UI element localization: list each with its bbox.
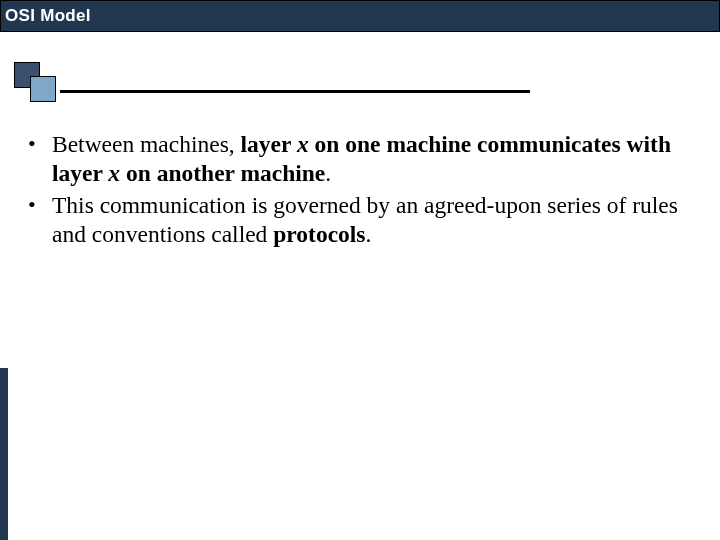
slide: OSI Model Between machines, layer x on o… bbox=[0, 0, 720, 540]
content-area: Between machines, layer x on one machine… bbox=[20, 130, 690, 252]
bullet-list: Between machines, layer x on one machine… bbox=[20, 130, 690, 250]
title-bar: OSI Model bbox=[0, 0, 720, 32]
decorative-squares-icon bbox=[14, 62, 66, 106]
text-run: on another machine bbox=[120, 160, 325, 186]
slide-title: OSI Model bbox=[5, 6, 91, 26]
text-run: . bbox=[366, 221, 372, 247]
title-underline bbox=[60, 90, 530, 93]
bullet-item: Between machines, layer x on one machine… bbox=[20, 130, 690, 189]
text-run: x bbox=[108, 160, 120, 186]
side-accent-strip bbox=[0, 368, 8, 540]
text-run: Between machines, bbox=[52, 131, 241, 157]
text-run: protocols bbox=[273, 221, 365, 247]
square-front-icon bbox=[30, 76, 56, 102]
text-run: layer bbox=[241, 131, 297, 157]
text-run: x bbox=[297, 131, 309, 157]
bullet-item: This communication is governed by an agr… bbox=[20, 191, 690, 250]
text-run: . bbox=[325, 160, 331, 186]
